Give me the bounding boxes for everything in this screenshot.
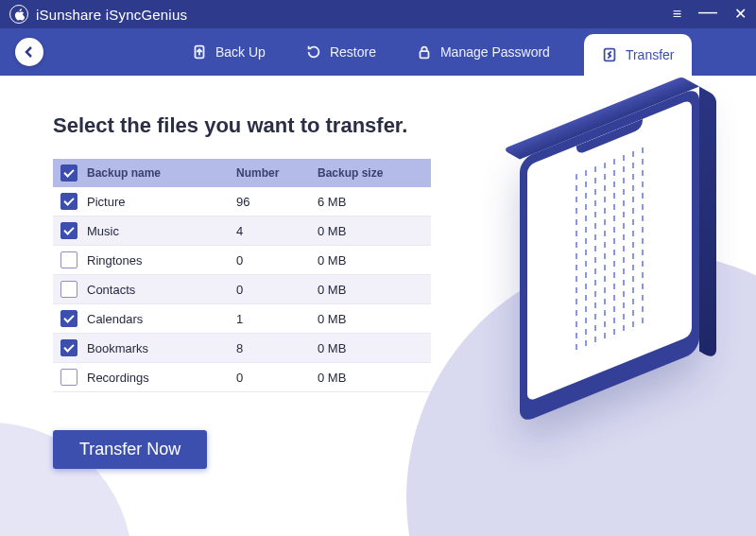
nav-backup-label: Back Up [215, 44, 266, 60]
lock-icon [416, 43, 433, 61]
row-size: 0 MB [310, 275, 431, 304]
row-size: 0 MB [310, 363, 431, 392]
back-button[interactable] [15, 38, 43, 66]
row-number: 0 [229, 246, 310, 275]
row-checkbox[interactable] [60, 193, 77, 210]
select-all-checkbox[interactable] [60, 164, 77, 182]
row-name: Contacts [87, 283, 135, 297]
nav-restore-label: Restore [330, 44, 376, 60]
file-table: Backup name Number Backup size Picture96… [53, 159, 431, 392]
window-controls: ≡ — ✕ [673, 5, 747, 24]
row-name: Ringtones [87, 253, 143, 268]
backup-icon [191, 43, 208, 61]
row-checkbox[interactable] [60, 339, 77, 356]
row-number: 1 [229, 304, 310, 334]
table-row: Recordings00 MB [53, 363, 431, 392]
table-row: Ringtones00 MB [53, 246, 431, 275]
table-row: Calendars10 MB [53, 304, 431, 334]
row-name: Music [87, 224, 119, 238]
titlebar: iSunshare iSyncGenius ≡ — ✕ [0, 0, 756, 28]
nav-backup[interactable]: Back Up [185, 40, 271, 64]
table-row: Bookmarks80 MB [53, 334, 431, 363]
table-header-row: Backup name Number Backup size [53, 159, 431, 187]
row-size: 6 MB [310, 187, 431, 216]
row-number: 0 [229, 363, 310, 392]
app-logo-icon [9, 5, 28, 24]
col-size: Backup size [310, 159, 431, 187]
table-row: Picture966 MB [53, 187, 431, 216]
table-row: Contacts00 MB [53, 275, 431, 304]
row-checkbox[interactable] [60, 222, 77, 239]
row-number: 4 [229, 216, 310, 246]
close-icon[interactable]: ✕ [734, 7, 747, 22]
nav-restore[interactable]: Restore [300, 40, 382, 64]
row-name: Calendars [87, 312, 143, 326]
nav-managepw-label: Manage Password [440, 44, 550, 60]
row-number: 96 [229, 187, 310, 216]
table-row: Music40 MB [53, 216, 431, 246]
row-checkbox[interactable] [60, 369, 77, 386]
phone-illustration [520, 123, 699, 388]
svg-rect-2 [420, 51, 428, 58]
nav-transfer-label: Transfer [626, 47, 675, 62]
row-number: 8 [229, 334, 310, 363]
nav-manage-password[interactable]: Manage Password [410, 40, 556, 64]
row-size: 0 MB [310, 246, 431, 275]
col-name: Backup name [87, 166, 161, 180]
row-size: 0 MB [310, 334, 431, 363]
col-number: Number [229, 159, 310, 187]
app-title: iSunshare iSyncGenius [36, 7, 187, 23]
row-checkbox[interactable] [60, 310, 77, 327]
menu-icon[interactable]: ≡ [673, 7, 681, 22]
row-name: Picture [87, 195, 125, 209]
transfer-now-button[interactable]: Transfer Now [53, 430, 207, 469]
row-checkbox[interactable] [60, 251, 77, 268]
row-number: 0 [229, 275, 310, 304]
row-name: Bookmarks [87, 341, 148, 355]
minimize-icon[interactable]: — [698, 2, 717, 21]
row-name: Recordings [87, 371, 149, 385]
nav-transfer[interactable]: Transfer [584, 34, 692, 76]
row-size: 0 MB [310, 216, 431, 246]
row-checkbox[interactable] [60, 281, 77, 298]
restore-icon [305, 43, 322, 61]
navbar: Back Up Restore Manage Password Transfer [0, 28, 756, 76]
transfer-icon [601, 46, 618, 63]
row-size: 0 MB [310, 304, 431, 334]
